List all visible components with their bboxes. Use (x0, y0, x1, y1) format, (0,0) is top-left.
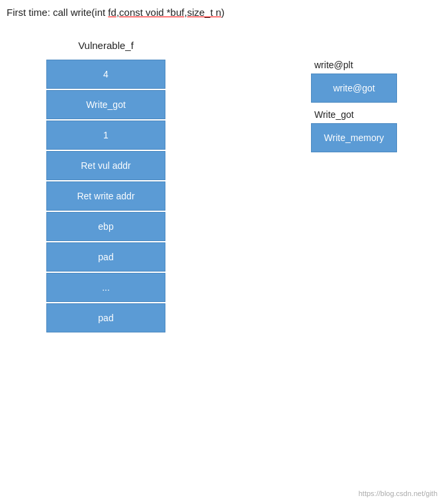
stack-cell-7: ... (46, 273, 165, 302)
stack-cell-1: Write_got (46, 90, 165, 119)
right-column: write@plt write@got Write_got Write_memo… (311, 60, 397, 152)
stack-cell-3: Ret vul addr (46, 151, 165, 180)
stack-cell-8: pad (46, 303, 165, 332)
stack-cell-4: Ret write addr (46, 181, 165, 211)
vulnerable-label: Vulnerable_f (46, 40, 165, 51)
page-title: First time: call write(int fd,const void… (7, 7, 224, 18)
diagram-container: Vulnerable_f 4Write_got1Ret vul addrRet … (7, 40, 443, 55)
stack-cell-5: ebp (46, 212, 165, 241)
write-got-label: Write_got (314, 109, 397, 120)
stack-cell-2: 1 (46, 121, 165, 150)
stack-cell-6: pad (46, 242, 165, 272)
write-memory-box: Write_memory (311, 123, 397, 152)
write-got-box: write@got (311, 74, 397, 103)
stack-cell-0: 4 (46, 60, 165, 89)
watermark: https://blog.csdn.net/gith (359, 489, 437, 497)
write-plt-label: write@plt (314, 60, 397, 70)
stack-column: 4Write_got1Ret vul addrRet write addrebp… (46, 60, 165, 334)
